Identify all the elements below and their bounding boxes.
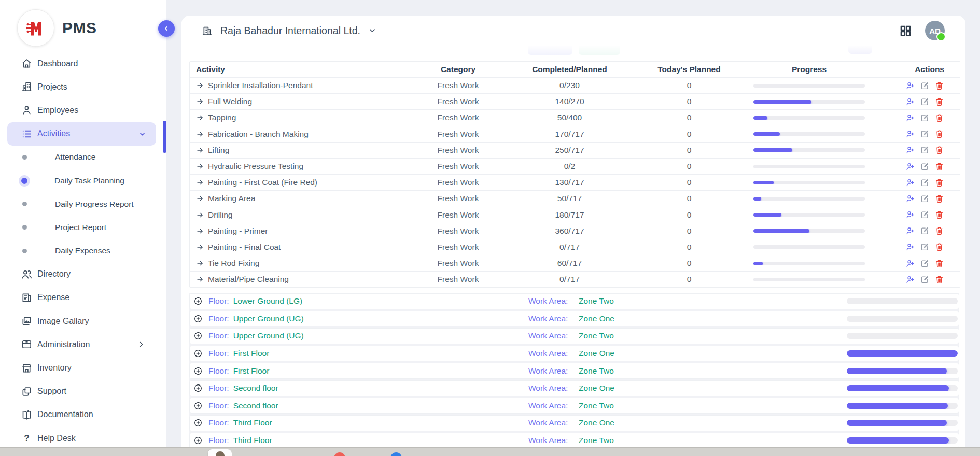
sidebar-collapse-button[interactable] xyxy=(158,20,175,37)
floor-progress-fill xyxy=(847,350,958,357)
edit-icon[interactable] xyxy=(920,210,930,220)
arrow-right-icon xyxy=(196,97,204,106)
sidebar-item-inventory[interactable]: Inventory xyxy=(0,356,166,379)
sidebar-subitem-attendance[interactable]: Attendance xyxy=(0,146,166,169)
delete-icon[interactable] xyxy=(934,194,944,204)
completed-planned-cell: 0/717 xyxy=(514,243,625,252)
floor-label: Floor: xyxy=(208,401,229,410)
edit-icon[interactable] xyxy=(920,145,930,155)
floor-row[interactable]: Floor:Second floorWork Area:Zone Two xyxy=(189,398,959,414)
sidebar-item-administration[interactable]: Administration xyxy=(0,333,166,356)
assign-user-icon[interactable] xyxy=(905,145,915,155)
sidebar-item-help-desk[interactable]: ?Help Desk xyxy=(0,426,166,450)
progress-cell xyxy=(753,84,865,88)
sidebar-subitem-daily-expenses[interactable]: Daily Expenses xyxy=(0,239,166,263)
delete-icon[interactable] xyxy=(934,275,944,284)
completed-planned-cell: 50/400 xyxy=(514,113,625,122)
assign-user-icon[interactable] xyxy=(905,275,915,284)
assign-user-icon[interactable] xyxy=(905,178,915,188)
progress-bar-fill xyxy=(753,100,811,104)
floor-row[interactable]: Floor:Third FloorWork Area:Zone One xyxy=(189,415,959,431)
delete-icon[interactable] xyxy=(934,129,944,139)
taskbar-blue-app-icon[interactable] xyxy=(390,452,402,456)
todays-planned-cell: 0 xyxy=(625,97,753,106)
floor-value: First Floor xyxy=(233,349,270,358)
sidebar-item-label: Activities xyxy=(37,129,138,138)
delete-icon[interactable] xyxy=(934,81,944,91)
edit-icon[interactable] xyxy=(920,113,930,123)
edit-icon[interactable] xyxy=(920,97,930,107)
sidebar-item-dashboard[interactable]: Dashboard xyxy=(0,52,166,75)
assign-user-icon[interactable] xyxy=(905,259,915,268)
edit-icon[interactable] xyxy=(920,242,930,252)
sidebar-subitem-project-report[interactable]: Project Report xyxy=(0,216,166,239)
assign-user-icon[interactable] xyxy=(905,194,915,204)
delete-icon[interactable] xyxy=(934,162,944,172)
floor-row[interactable]: Floor:Upper Ground (UG)Work Area:Zone On… xyxy=(189,311,959,327)
assign-user-icon[interactable] xyxy=(905,129,915,139)
sidebar-item-employees[interactable]: Employees xyxy=(0,98,166,122)
edit-icon[interactable] xyxy=(920,194,930,204)
progress-cell xyxy=(753,197,865,201)
activity-name: Painting - First Coat (Fire Red) xyxy=(208,178,317,187)
sidebar-subitem-label: Daily Expenses xyxy=(55,246,110,255)
expand-plus-icon xyxy=(193,314,203,323)
sidebar-item-documentation[interactable]: Documentation xyxy=(0,403,166,426)
completed-planned-cell: 0/230 xyxy=(514,81,625,90)
activity-name: Drilling xyxy=(208,210,232,220)
floor-row[interactable]: Floor:First FloorWork Area:Zone Two xyxy=(189,363,959,379)
edit-icon[interactable] xyxy=(920,162,930,172)
edit-icon[interactable] xyxy=(920,259,930,268)
taskbar-red-app-icon[interactable] xyxy=(334,452,345,456)
activity-name: Material/Pipe Cleaning xyxy=(208,275,289,284)
delete-icon[interactable] xyxy=(934,145,944,155)
sidebar-item-projects[interactable]: Projects xyxy=(0,75,166,98)
delete-icon[interactable] xyxy=(934,259,944,268)
column-header-progress: Progress xyxy=(753,65,865,74)
sidebar-subitem-daily-progress-report[interactable]: Daily Progress Report xyxy=(0,192,166,216)
sidebar-subitem-daily-task-planning[interactable]: Daily Task Planning xyxy=(0,169,166,192)
delete-icon[interactable] xyxy=(934,242,944,252)
work-area-value: Zone One xyxy=(579,314,614,323)
progress-bar-fill xyxy=(753,132,780,136)
apps-grid-icon[interactable] xyxy=(899,24,913,38)
floor-row[interactable]: Floor:Second floorWork Area:Zone One xyxy=(189,380,959,396)
work-area-value: Zone Two xyxy=(579,366,614,376)
edit-icon[interactable] xyxy=(920,226,930,236)
company-selector[interactable]: Raja Bahadur International Ltd. xyxy=(201,25,377,37)
work-area-value: Zone Two xyxy=(579,331,614,340)
floor-value: Lower Ground (LG) xyxy=(233,296,303,306)
assign-user-icon[interactable] xyxy=(905,113,915,123)
assign-user-icon[interactable] xyxy=(905,97,915,107)
sidebar-item-expense[interactable]: Expense xyxy=(0,286,166,309)
arrow-right-icon xyxy=(196,81,204,90)
assign-user-icon[interactable] xyxy=(905,210,915,220)
todays-planned-cell: 0 xyxy=(625,162,753,171)
floor-row[interactable]: Floor:Lower Ground (LG)Work Area:Zone Tw… xyxy=(189,293,959,309)
assign-user-icon[interactable] xyxy=(905,81,915,91)
assign-user-icon[interactable] xyxy=(905,162,915,172)
floor-row[interactable]: Floor:First FloorWork Area:Zone One xyxy=(189,346,959,362)
delete-icon[interactable] xyxy=(934,210,944,220)
delete-icon[interactable] xyxy=(934,178,944,188)
progress-bar xyxy=(753,213,865,217)
sidebar-item-activities[interactable]: Activities xyxy=(7,122,156,146)
assign-user-icon[interactable] xyxy=(905,242,915,252)
avatar[interactable]: AD xyxy=(925,21,945,40)
sidebar-item-directory[interactable]: Directory xyxy=(0,263,166,286)
sidebar-item-label: Projects xyxy=(37,82,146,92)
arrow-right-icon xyxy=(196,130,204,138)
floor-row[interactable]: Floor:Upper Ground (UG)Work Area:Zone Tw… xyxy=(189,328,959,344)
edit-icon[interactable] xyxy=(920,178,930,188)
edit-icon[interactable] xyxy=(920,275,930,284)
taskbar-photos-app-icon[interactable] xyxy=(207,449,232,456)
delete-icon[interactable] xyxy=(934,113,944,123)
floor-row[interactable]: Floor:Third FloorWork Area:Zone Two xyxy=(189,433,959,449)
edit-icon[interactable] xyxy=(920,81,930,91)
assign-user-icon[interactable] xyxy=(905,226,915,236)
delete-icon[interactable] xyxy=(934,226,944,236)
edit-icon[interactable] xyxy=(920,129,930,139)
delete-icon[interactable] xyxy=(934,97,944,107)
sidebar-item-image-gallary[interactable]: Image Gallary xyxy=(0,309,166,333)
sidebar-item-support[interactable]: Support xyxy=(0,380,166,403)
